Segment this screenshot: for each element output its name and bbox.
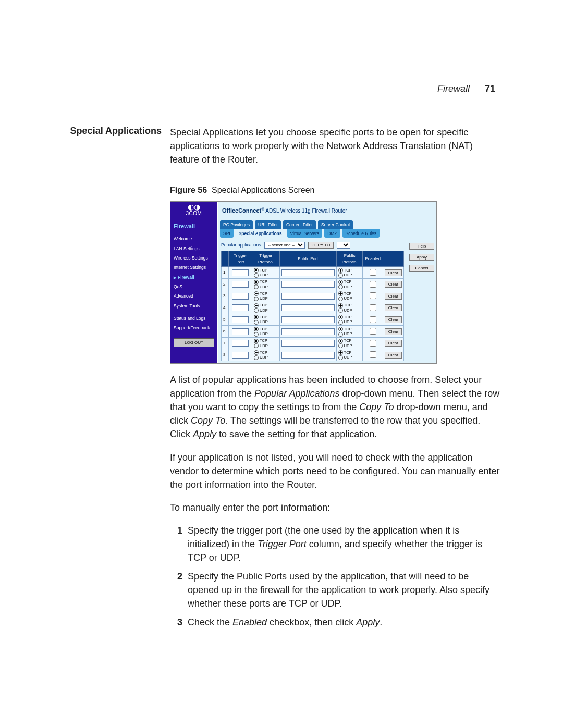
sidebar-item[interactable]: Welcome: [170, 234, 217, 243]
sidebar-item[interactable]: Wireless Settings: [170, 253, 217, 263]
radio-icon[interactable]: [338, 343, 343, 348]
sidebar: Firewall WelcomeLAN SettingsWireless Set…: [170, 219, 218, 363]
copy-to-row-select[interactable]: [337, 242, 350, 249]
radio-icon[interactable]: [338, 297, 343, 301]
radio-icon[interactable]: [338, 339, 343, 343]
radio-icon[interactable]: [338, 285, 343, 289]
clear-button[interactable]: Clear: [385, 316, 402, 323]
public-port-input[interactable]: [282, 281, 335, 288]
table-row: 5.TCPUDPTCPUDPClear: [222, 314, 404, 326]
radio-icon[interactable]: [338, 280, 343, 285]
cancel-button[interactable]: Cancel: [409, 265, 434, 272]
page-header: Firewall 71: [63, 83, 500, 94]
clear-button[interactable]: Clear: [385, 340, 402, 347]
radio-icon[interactable]: [254, 320, 259, 325]
table-header: [222, 251, 229, 267]
radio-icon[interactable]: [254, 355, 259, 360]
radio-icon[interactable]: [338, 327, 343, 331]
table-header: Public Protocol: [336, 251, 363, 267]
tab-bottom[interactable]: Schedule Rules: [342, 229, 380, 238]
radio-icon[interactable]: [254, 280, 259, 285]
radio-icon[interactable]: [254, 303, 259, 308]
enabled-checkbox[interactable]: [370, 304, 376, 311]
sidebar-item[interactable]: QoS: [170, 282, 217, 291]
copy-to-button[interactable]: COPY TO: [308, 242, 334, 249]
enabled-checkbox[interactable]: [370, 281, 376, 288]
radio-icon[interactable]: [254, 339, 259, 343]
clear-button[interactable]: Clear: [385, 328, 402, 335]
table-header: Enabled: [363, 251, 383, 267]
router-screenshot: ◐◑ 3COM OfficeConnect® ADSL Wireless 11g…: [170, 201, 437, 364]
enabled-checkbox[interactable]: [370, 340, 376, 347]
clear-button[interactable]: Clear: [385, 269, 402, 276]
clear-button[interactable]: Clear: [385, 293, 402, 300]
tab-bottom[interactable]: Virtual Servers: [287, 229, 323, 238]
public-port-input[interactable]: [282, 269, 335, 276]
radio-icon[interactable]: [338, 273, 343, 278]
enabled-checkbox[interactable]: [370, 292, 376, 299]
trigger-port-input[interactable]: [232, 316, 249, 323]
radio-icon[interactable]: [338, 315, 343, 319]
sidebar-item[interactable]: Status and Logs: [170, 314, 217, 323]
radio-icon[interactable]: [254, 315, 259, 319]
tab-bottom[interactable]: DMZ: [324, 229, 340, 238]
trigger-port-input[interactable]: [232, 269, 249, 276]
apply-button[interactable]: Apply: [409, 254, 434, 261]
radio-icon[interactable]: [254, 308, 259, 313]
trigger-port-input[interactable]: [232, 340, 249, 347]
radio-icon[interactable]: [254, 332, 259, 337]
radio-icon[interactable]: [338, 355, 343, 360]
public-port-input[interactable]: [282, 316, 335, 323]
radio-icon[interactable]: [254, 291, 259, 296]
tab-top[interactable]: URL Filter: [255, 220, 281, 229]
help-button[interactable]: Help: [409, 243, 434, 250]
trigger-port-input[interactable]: [232, 281, 249, 288]
clear-button[interactable]: Clear: [385, 304, 402, 311]
trigger-port-input[interactable]: [232, 304, 249, 311]
tab-top[interactable]: Server Control: [318, 220, 353, 229]
radio-icon[interactable]: [338, 268, 343, 273]
sidebar-item[interactable]: Support/Feedback: [170, 323, 217, 332]
public-port-input[interactable]: [282, 340, 335, 347]
trigger-port-input[interactable]: [232, 293, 249, 300]
clear-button[interactable]: Clear: [385, 281, 402, 288]
radio-icon[interactable]: [338, 350, 343, 355]
trigger-port-input[interactable]: [232, 352, 249, 359]
enabled-checkbox[interactable]: [370, 328, 376, 335]
logout-button[interactable]: LOG OUT: [174, 338, 214, 348]
radio-icon[interactable]: [254, 327, 259, 331]
sidebar-item[interactable]: LAN Settings: [170, 244, 217, 253]
sidebar-item[interactable]: Internet Settings: [170, 263, 217, 272]
radio-icon[interactable]: [254, 268, 259, 273]
radio-icon[interactable]: [338, 332, 343, 337]
public-port-input[interactable]: [282, 304, 335, 311]
sidebar-item[interactable]: System Tools: [170, 301, 217, 311]
tab-bottom[interactable]: Special Applications: [236, 229, 285, 238]
public-port-input[interactable]: [282, 328, 335, 335]
trigger-port-input[interactable]: [232, 328, 249, 335]
enabled-checkbox[interactable]: [370, 269, 376, 276]
popular-apps-select[interactable]: -- select one --: [264, 242, 305, 249]
enabled-checkbox[interactable]: [370, 316, 376, 323]
radio-icon[interactable]: [254, 350, 259, 355]
product-title: OfficeConnect® ADSL Wireless 11g Firewal…: [218, 202, 436, 219]
sidebar-item[interactable]: Advanced: [170, 291, 217, 301]
radio-icon[interactable]: [338, 303, 343, 308]
tab-bottom[interactable]: SPI: [220, 229, 234, 238]
radio-icon[interactable]: [338, 308, 343, 313]
clear-button[interactable]: Clear: [385, 352, 402, 359]
tab-top[interactable]: Content Filter: [283, 220, 316, 229]
public-port-input[interactable]: [282, 352, 335, 359]
radio-icon[interactable]: [338, 291, 343, 296]
radio-icon[interactable]: [254, 273, 259, 278]
radio-icon[interactable]: [254, 343, 259, 348]
radio-icon[interactable]: [338, 320, 343, 325]
sidebar-item[interactable]: Firewall: [170, 273, 217, 282]
enabled-checkbox[interactable]: [370, 351, 376, 358]
tab-top[interactable]: PC Privileges: [220, 220, 253, 229]
radio-icon[interactable]: [254, 297, 259, 301]
list-item: 3Check the Enabled checkbox, then click …: [170, 615, 500, 629]
radio-icon[interactable]: [254, 285, 259, 289]
brand-logo: ◐◑ 3COM: [170, 202, 218, 219]
public-port-input[interactable]: [282, 293, 335, 300]
